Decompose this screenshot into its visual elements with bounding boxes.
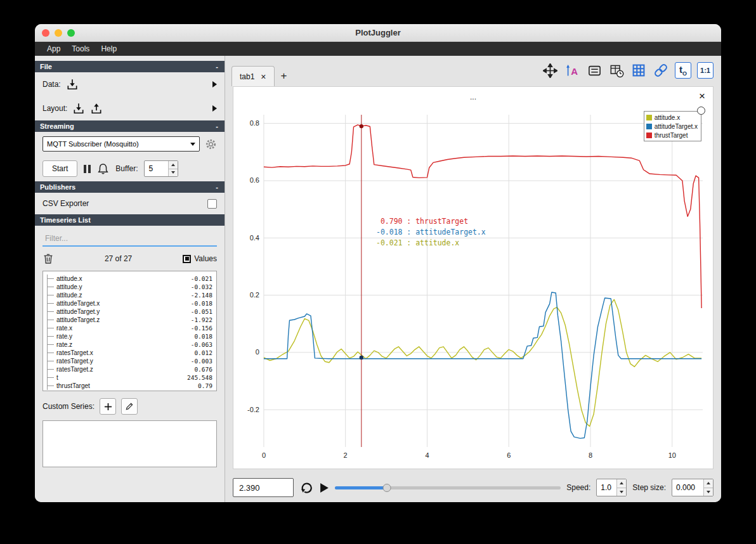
timeseries-item[interactable]: attitude.x -0.021 xyxy=(47,275,212,283)
custom-series-list[interactable] xyxy=(42,420,217,467)
save-layout-icon[interactable] xyxy=(90,102,103,115)
timeseries-name: ratesTarget.y xyxy=(56,358,191,365)
legend-icon[interactable] xyxy=(586,62,603,79)
buffer-increment-button[interactable] xyxy=(169,161,178,169)
tree-branch-icon xyxy=(47,365,56,373)
data-row: Data: xyxy=(35,72,225,96)
buffer-decrement-button[interactable] xyxy=(169,169,178,177)
zoom-window-button[interactable] xyxy=(67,29,75,37)
buffer-clock-icon[interactable] xyxy=(608,62,625,79)
tab-tab1[interactable]: tab1 × xyxy=(231,66,275,86)
timeseries-item[interactable]: ratesTarget.z 0.676 xyxy=(47,365,212,373)
legend-entry[interactable]: attitude.x xyxy=(646,113,698,122)
file-section-header[interactable]: File - xyxy=(35,61,225,72)
csv-exporter-checkbox[interactable] xyxy=(207,199,217,209)
data-expand-arrow[interactable] xyxy=(212,81,217,87)
publishers-section-header[interactable]: Publishers - xyxy=(35,181,225,193)
filter-input[interactable] xyxy=(42,231,217,247)
streaming-source-row: MQTT Subscriber (Mosquitto) xyxy=(35,132,225,156)
timeseries-value: -0.051 xyxy=(191,308,212,315)
layout-expand-arrow[interactable] xyxy=(212,105,217,112)
streaming-section-header[interactable]: Streaming - xyxy=(35,120,225,132)
pause-icon[interactable] xyxy=(84,165,91,173)
collapse-icon[interactable]: - xyxy=(216,122,218,130)
tree-branch-icon xyxy=(47,316,56,324)
timeseries-item[interactable]: t 245.548 xyxy=(47,373,212,382)
speed-label: Speed: xyxy=(566,483,590,492)
speed-decrement-button[interactable] xyxy=(617,488,626,496)
timeseries-item[interactable]: ratesTarget.x 0.012 xyxy=(47,349,212,357)
timeseries-item[interactable]: attitude.z -2.148 xyxy=(47,291,212,299)
legend-label: thrustTarget xyxy=(655,132,688,139)
streaming-source-select[interactable]: MQTT Subscriber (Mosquitto) xyxy=(42,136,200,152)
gear-icon[interactable] xyxy=(205,138,217,150)
menu-item[interactable]: App xyxy=(41,44,66,53)
plot-title[interactable]: ... xyxy=(233,93,713,101)
edit-custom-series-button[interactable] xyxy=(121,398,138,415)
timeseries-item[interactable]: thrustTarget 0.79 xyxy=(47,382,212,390)
timeseries-item[interactable]: attitudeTarget.z -1.922 xyxy=(47,316,212,324)
timeseries-section-header[interactable]: Timeseries List xyxy=(35,214,225,226)
playback-bar: 2.390 Speed: 1.0 xyxy=(225,473,721,502)
link-axes-icon[interactable] xyxy=(653,62,669,79)
add-tab-button[interactable]: + xyxy=(275,70,294,82)
speed-spinbox[interactable]: 1.0 xyxy=(596,479,627,496)
plot-toolbar: A xyxy=(542,62,714,79)
grid-view-icon[interactable] xyxy=(630,62,647,79)
timeseries-name: attitudeTarget.z xyxy=(56,316,191,323)
plot-corner-handle[interactable] xyxy=(697,107,705,115)
legend-label: attitude.x xyxy=(655,114,681,121)
pan-zoom-icon[interactable] xyxy=(542,62,558,79)
step-size-spinbox[interactable]: 0.000 xyxy=(672,479,714,496)
play-button[interactable] xyxy=(320,482,329,493)
close-plot-icon[interactable]: × xyxy=(699,91,705,101)
ratio-button[interactable]: 1:1 xyxy=(697,62,714,79)
plot-canvas[interactable]: 0.80.60.40.20-0.20246810 0.790 : thrustT… xyxy=(233,106,713,469)
layout-label: Layout: xyxy=(42,104,67,113)
start-streaming-button[interactable]: Start xyxy=(42,160,77,177)
minimize-window-button[interactable] xyxy=(55,29,62,37)
slider-handle[interactable] xyxy=(382,484,391,492)
menu-item[interactable]: Tools xyxy=(66,44,95,53)
speed-increment-button[interactable] xyxy=(617,479,626,488)
playback-time-display[interactable]: 2.390 xyxy=(233,478,294,497)
load-data-icon[interactable] xyxy=(66,78,79,91)
timeseries-item[interactable]: rate.y 0.018 xyxy=(47,332,212,340)
collapse-icon[interactable]: - xyxy=(216,183,218,191)
time-offset-button[interactable]: tO xyxy=(675,62,691,79)
slider-track[interactable] xyxy=(335,486,561,489)
playback-slider[interactable] xyxy=(335,481,561,494)
tree-branch-icon xyxy=(47,308,56,316)
step-size-label: Step size: xyxy=(632,483,666,492)
step-decrement-button[interactable] xyxy=(704,488,713,496)
speed-value: 1.0 xyxy=(597,479,616,496)
close-window-button[interactable] xyxy=(42,29,49,37)
font-style-icon[interactable]: A xyxy=(564,62,580,79)
timeseries-item[interactable]: attitudeTarget.x -0.018 xyxy=(47,299,212,308)
timeseries-toolbar: 27 of 27 Values xyxy=(35,249,225,268)
timeseries-item[interactable]: rate.x -0.156 xyxy=(47,324,212,332)
timeseries-value: -0.032 xyxy=(191,283,212,290)
timeseries-value: 0.676 xyxy=(194,366,212,373)
timeseries-item[interactable]: ratesTarget.y -0.003 xyxy=(47,357,212,365)
step-increment-button[interactable] xyxy=(704,479,713,488)
tree-branch-icon xyxy=(47,340,56,349)
tree-branch-icon xyxy=(47,373,56,382)
bell-icon[interactable] xyxy=(97,163,109,175)
timeseries-item[interactable]: rate.z -0.063 xyxy=(47,340,212,349)
menu-item[interactable]: Help xyxy=(95,44,122,53)
add-custom-series-button[interactable] xyxy=(100,398,116,415)
streaming-source-value: MQTT Subscriber (Mosquitto) xyxy=(47,140,186,148)
collapse-icon[interactable]: - xyxy=(216,63,218,70)
legend-entry[interactable]: attitudeTarget.x xyxy=(646,122,698,131)
legend-entry[interactable]: thrustTarget xyxy=(646,131,698,139)
svg-text:0.6: 0.6 xyxy=(250,176,259,184)
timeseries-item[interactable]: attitudeTarget.y -0.051 xyxy=(47,308,212,316)
close-tab-icon[interactable]: × xyxy=(261,72,266,81)
loop-icon[interactable] xyxy=(299,481,314,495)
buffer-spinbox[interactable]: 5 xyxy=(144,160,178,177)
load-layout-icon[interactable] xyxy=(72,102,85,115)
values-toggle[interactable]: Values xyxy=(183,254,217,263)
timeseries-item[interactable]: attitude.y -0.032 xyxy=(47,283,212,291)
trash-icon[interactable] xyxy=(42,253,54,264)
